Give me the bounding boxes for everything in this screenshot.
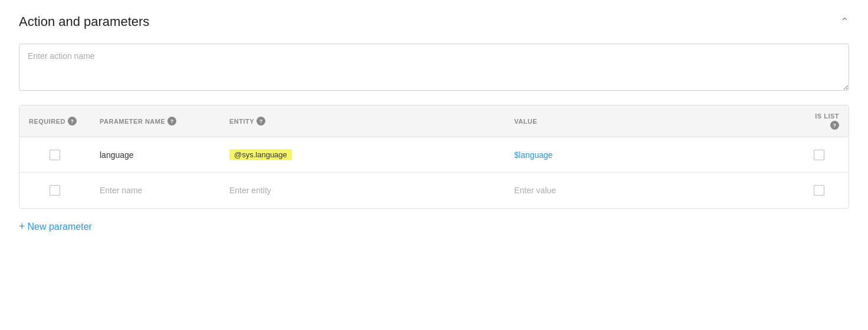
value-cell-1: $language xyxy=(505,143,790,167)
name-placeholder-2[interactable]: Enter name xyxy=(100,186,142,195)
table-row: Enter name Enter entity Enter value xyxy=(19,173,849,208)
required-cell-2 xyxy=(19,178,90,203)
col-is-list: IS LIST ? xyxy=(790,105,849,137)
entity-value-1: @sys.language xyxy=(229,149,292,160)
required-help-icon[interactable]: ? xyxy=(68,117,77,126)
new-parameter-button[interactable]: + New parameter xyxy=(19,218,92,235)
col-required: REQUIRED ? xyxy=(19,105,90,137)
page-header: Action and parameters ⌃ xyxy=(19,14,849,29)
name-cell-1: language xyxy=(90,143,220,167)
plus-icon: + xyxy=(19,220,25,233)
required-cell-1 xyxy=(19,143,90,167)
parameter-name-help-icon[interactable]: ? xyxy=(167,117,176,126)
new-parameter-label: New parameter xyxy=(28,222,92,232)
collapse-icon[interactable]: ⌃ xyxy=(840,16,849,27)
islist-checkbox-1[interactable] xyxy=(814,150,824,160)
islist-help-icon[interactable]: ? xyxy=(830,121,839,130)
required-checkbox-1[interactable] xyxy=(50,150,60,160)
value-cell-2: Enter value xyxy=(505,179,790,202)
value-link-1[interactable]: $language xyxy=(514,150,553,160)
required-checkbox-2[interactable] xyxy=(50,185,60,196)
action-name-input[interactable] xyxy=(19,44,849,91)
entity-placeholder-2[interactable]: Enter entity xyxy=(229,186,271,195)
islist-cell-2 xyxy=(790,178,849,203)
table-header: REQUIRED ? PARAMETER NAME ? ENTITY ? VAL… xyxy=(19,105,849,137)
col-entity: ENTITY ? xyxy=(220,105,505,137)
value-placeholder-2[interactable]: Enter value xyxy=(514,186,556,195)
islist-checkbox-2[interactable] xyxy=(814,185,824,196)
entity-cell-2: Enter entity xyxy=(220,179,505,202)
parameters-table: REQUIRED ? PARAMETER NAME ? ENTITY ? VAL… xyxy=(19,105,849,209)
entity-help-icon[interactable]: ? xyxy=(257,117,265,126)
islist-cell-1 xyxy=(790,143,849,167)
name-cell-2: Enter name xyxy=(90,179,220,202)
page-title: Action and parameters xyxy=(19,14,149,29)
entity-cell-1: @sys.language xyxy=(220,142,505,167)
table-row: language @sys.language $language xyxy=(19,137,849,173)
col-value: VALUE xyxy=(505,105,790,137)
col-parameter-name: PARAMETER NAME ? xyxy=(90,105,220,137)
